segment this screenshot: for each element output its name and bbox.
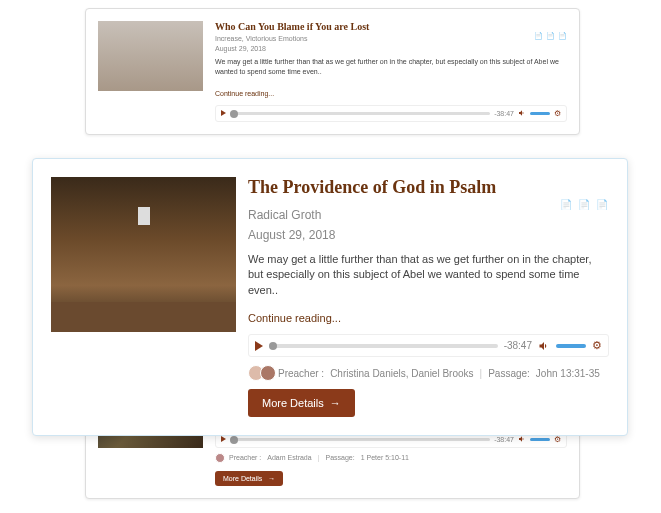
card-actions: 📄 📄 📄 xyxy=(533,31,567,41)
volume-bar[interactable] xyxy=(556,344,586,348)
sermon-category: Radical Groth xyxy=(248,208,609,222)
sermon-meta: Preacher : Christina Daniels, Daniel Bro… xyxy=(248,365,609,381)
arrow-right-icon: → xyxy=(330,397,341,409)
preacher-names[interactable]: Adam Estrada xyxy=(267,454,311,461)
document-icon[interactable]: 📄 xyxy=(533,31,543,41)
preacher-label: Preacher : xyxy=(278,368,324,379)
document-icon[interactable]: 📄 xyxy=(559,197,573,211)
sermon-date: August 29, 2018 xyxy=(215,45,567,52)
more-details-button[interactable]: More Details → xyxy=(248,389,355,417)
separator: | xyxy=(480,368,483,379)
passage-ref[interactable]: 1 Peter 5:10-11 xyxy=(361,454,409,461)
arrow-right-icon: → xyxy=(268,475,275,482)
document-icon[interactable]: 📄 xyxy=(557,31,567,41)
preacher-label: Preacher : xyxy=(229,454,261,461)
settings-icon[interactable]: ⚙ xyxy=(554,109,561,118)
time-remaining: -38:47 xyxy=(494,436,514,443)
time-remaining: -38:47 xyxy=(504,340,532,351)
sermon-title[interactable]: Who Can You Blame if You are Lost xyxy=(215,21,567,32)
play-icon[interactable] xyxy=(255,341,263,351)
volume-icon[interactable] xyxy=(518,435,526,443)
audio-player: -38:47 ⚙ xyxy=(215,105,567,122)
separator: | xyxy=(318,454,320,461)
play-icon[interactable] xyxy=(221,110,226,116)
sermon-title[interactable]: The Providence of God in Psalm xyxy=(248,177,609,198)
progress-track[interactable] xyxy=(269,344,498,348)
document-icon[interactable]: 📄 xyxy=(545,31,555,41)
sermon-meta: Preacher : Adam Estrada | Passage: 1 Pet… xyxy=(215,453,567,463)
passage-label: Passage: xyxy=(488,368,530,379)
volume-icon[interactable] xyxy=(518,109,526,117)
document-icon[interactable]: 📄 xyxy=(595,197,609,211)
volume-bar[interactable] xyxy=(530,438,550,441)
continue-reading-link[interactable]: Continue reading... xyxy=(248,312,341,324)
more-details-button[interactable]: More Details → xyxy=(215,471,283,486)
sermon-card: Who Can You Blame if You are Lost Increa… xyxy=(85,8,580,135)
button-label: More Details xyxy=(262,397,324,409)
sermon-card-featured: The Providence of God in Psalm Radical G… xyxy=(32,158,628,436)
document-icon[interactable]: 📄 xyxy=(577,197,591,211)
settings-icon[interactable]: ⚙ xyxy=(592,339,602,352)
passage-label: Passage: xyxy=(325,454,354,461)
sermon-date: August 29, 2018 xyxy=(248,228,609,242)
play-icon[interactable] xyxy=(221,436,226,442)
sermon-thumbnail xyxy=(51,177,236,332)
passage-ref[interactable]: John 13:31-35 xyxy=(536,368,600,379)
continue-reading-link[interactable]: Continue reading... xyxy=(215,90,274,97)
audio-player: -38:47 ⚙ xyxy=(248,334,609,357)
sermon-description: We may get a little further than that as… xyxy=(248,252,609,298)
progress-track[interactable] xyxy=(230,438,490,441)
volume-icon[interactable] xyxy=(538,340,550,352)
avatar xyxy=(215,453,225,463)
volume-bar[interactable] xyxy=(530,112,550,115)
sermon-description: We may get a little further than that as… xyxy=(215,57,567,77)
preacher-names[interactable]: Christina Daniels, Daniel Brooks xyxy=(330,368,473,379)
card-actions: 📄 📄 📄 xyxy=(559,197,609,211)
button-label: More Details xyxy=(223,475,262,482)
avatar xyxy=(260,365,276,381)
time-remaining: -38:47 xyxy=(494,110,514,117)
sermon-thumbnail xyxy=(98,21,203,91)
progress-track[interactable] xyxy=(230,112,490,115)
sermon-category: Increase, Victorious Emotions xyxy=(215,35,567,42)
